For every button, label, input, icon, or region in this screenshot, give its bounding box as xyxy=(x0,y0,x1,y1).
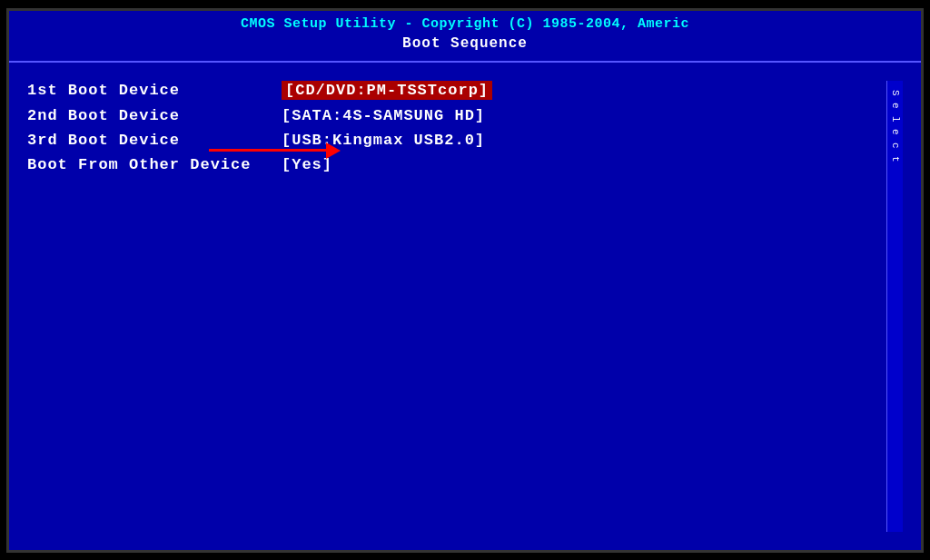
sidebar-char-e2: e xyxy=(890,129,901,135)
bios-header: CMOS Setup Utility - Copyright (C) 1985-… xyxy=(9,11,921,34)
subtitle-text: Boot Sequence xyxy=(402,35,528,52)
sidebar-char-t: t xyxy=(890,156,901,162)
bios-screen: CMOS Setup Utility - Copyright (C) 1985-… xyxy=(6,8,924,553)
page-title: Boot Sequence xyxy=(9,34,921,61)
header-title: CMOS Setup Utility - Copyright (C) 1985-… xyxy=(241,16,689,32)
right-sidebar: S e l e c t xyxy=(886,81,903,532)
boot-value-2: [SATA:4S-SAMSUNG HD] xyxy=(282,107,485,124)
boot-value-1: [CD/DVD:PM-TSSTcorp] xyxy=(282,81,492,100)
boot-value-3: [USB:Kingmax USB2.0] xyxy=(282,132,485,149)
sidebar-char-c: c xyxy=(890,142,901,149)
boot-row-2[interactable]: 2nd Boot Device [SATA:4S-SAMSUNG HD] xyxy=(27,107,886,124)
boot-label-2: 2nd Boot Device xyxy=(27,107,282,124)
boot-label-3: 3rd Boot Device xyxy=(27,132,282,149)
boot-label-4: Boot From Other Device xyxy=(27,156,282,173)
boot-label-1: 1st Boot Device xyxy=(27,82,282,99)
sidebar-char-e: e xyxy=(890,103,901,109)
sidebar-char-s: S xyxy=(890,90,901,96)
left-panel: 1st Boot Device [CD/DVD:PM-TSSTcorp] 2nd… xyxy=(27,81,886,532)
boot-row-1[interactable]: 1st Boot Device [CD/DVD:PM-TSSTcorp] xyxy=(27,81,886,100)
sidebar-char-l: l xyxy=(890,116,901,123)
main-content: 1st Boot Device [CD/DVD:PM-TSSTcorp] 2nd… xyxy=(9,63,921,550)
boot-value-4: [Yes] xyxy=(282,156,332,173)
arrow-line xyxy=(209,149,327,152)
boot-row-4[interactable]: Boot From Other Device [Yes] xyxy=(27,156,886,173)
boot-row-3[interactable]: 3rd Boot Device [USB:Kingmax USB2.0] xyxy=(27,132,886,149)
